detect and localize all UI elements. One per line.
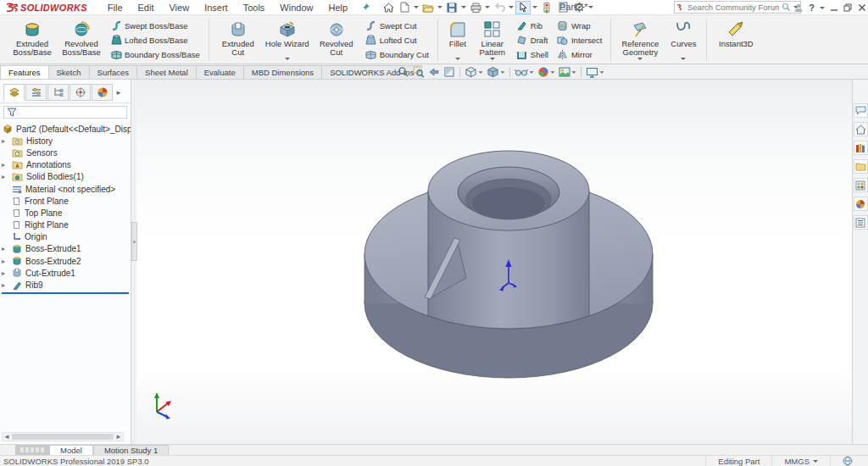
boss-cylinder[interactable] <box>428 151 589 329</box>
new-document-icon[interactable] <box>397 1 412 14</box>
curves-dropdown-icon[interactable] <box>681 58 686 60</box>
menu-view[interactable]: View <box>162 2 196 14</box>
tree-item-material[interactable]: Material <not specified> <box>0 183 131 195</box>
expand-arrow-icon[interactable] <box>2 161 10 169</box>
save-dropdown-icon[interactable] <box>460 1 467 14</box>
tabs-grip[interactable] <box>15 445 49 455</box>
fillet-button[interactable]: Fillet <box>443 17 472 63</box>
fillet-dropdown-icon[interactable] <box>455 58 460 60</box>
graphics-viewport[interactable] <box>131 80 852 444</box>
expand-arrow-icon[interactable] <box>2 281 10 289</box>
search-icon[interactable] <box>782 3 791 12</box>
reference-geometry-dropdown-icon[interactable] <box>637 58 643 60</box>
scrollbar-thumb[interactable] <box>12 434 114 440</box>
print-dropdown-icon[interactable] <box>484 1 491 14</box>
scroll-right-icon[interactable]: ► <box>114 433 123 441</box>
tree-horizontal-scrollbar[interactable]: ◄ ► <box>2 432 124 441</box>
expand-arrow-icon[interactable] <box>2 245 10 252</box>
hole-wizard-dropdown-icon[interactable] <box>285 58 290 60</box>
expand-arrow-icon[interactable] <box>2 269 10 277</box>
tree-item-annotations[interactable]: Annotations <box>0 159 131 171</box>
tree-item-origin[interactable]: Origin <box>0 231 131 243</box>
options-dropdown-icon[interactable] <box>587 1 594 14</box>
file-explorer-icon[interactable] <box>854 159 868 174</box>
comments-icon[interactable] <box>854 103 868 118</box>
minimize-button[interactable] <box>830 3 838 12</box>
close-button[interactable] <box>858 3 866 12</box>
boundary-boss-base-button[interactable]: Boundary Boss/Base <box>107 47 203 61</box>
rib-button[interactable]: Rib <box>513 19 552 32</box>
undo-icon[interactable] <box>492 1 507 14</box>
apply-scene-icon[interactable] <box>558 65 577 79</box>
curves-button[interactable]: Curves <box>665 17 701 63</box>
boundary-cut-button[interactable]: Boundary Cut <box>362 47 432 61</box>
edit-appearance-icon[interactable] <box>537 65 556 79</box>
view-orientation-icon[interactable] <box>464 65 484 79</box>
tab-evaluate[interactable]: Evaluate <box>196 65 244 79</box>
search-input[interactable] <box>687 3 779 12</box>
units-dropdown-icon[interactable] <box>813 460 818 463</box>
open-icon[interactable] <box>420 1 436 14</box>
previous-view-icon[interactable] <box>427 65 441 79</box>
featuremanager-tree-tab[interactable] <box>3 84 25 101</box>
wrap-button[interactable]: Wrap <box>554 19 605 32</box>
user-account-icon[interactable] <box>793 3 804 13</box>
tree-item-part-root[interactable]: Part2 (Default<<Default>_Display State <box>0 123 131 135</box>
menu-help[interactable]: Help <box>321 2 354 14</box>
appearances-scenes-icon[interactable] <box>854 197 868 211</box>
extruded-boss-base-button[interactable]: Extruded Boss/Base <box>8 17 56 63</box>
swept-cut-button[interactable]: Swept Cut <box>362 19 432 32</box>
zoom-to-area-icon[interactable] <box>412 65 426 79</box>
zoom-to-fit-icon[interactable] <box>397 65 410 79</box>
revolved-cut-button[interactable]: Revolved Cut <box>313 17 360 63</box>
tree-item-sensors[interactable]: Sensors <box>0 147 131 158</box>
help-button[interactable]: ? <box>809 3 815 13</box>
tags-globe-icon[interactable] <box>843 456 853 466</box>
panel-splitter[interactable] <box>131 80 136 444</box>
motion-study-tab[interactable]: Motion Study 1 <box>93 445 169 455</box>
tree-item-rib9[interactable]: Rib9 <box>0 279 131 291</box>
tree-item-solid-bodies[interactable]: Solid Bodies(1) <box>0 171 131 183</box>
scroll-left-icon[interactable]: ◄ <box>3 433 11 441</box>
expand-arrow-icon[interactable] <box>2 173 10 180</box>
linear-pattern-button[interactable]: Linear Pattern <box>474 17 511 63</box>
tree-item-front-plane[interactable]: Front Plane <box>0 195 131 207</box>
custom-properties-icon[interactable] <box>854 215 868 230</box>
swept-boss-base-button[interactable]: Swept Boss/Base <box>107 19 203 32</box>
instant3d-button[interactable]: Instant3D <box>712 17 760 63</box>
tree-item-history[interactable]: History <box>0 135 131 147</box>
help-dropdown-icon[interactable] <box>820 7 825 9</box>
print-icon[interactable] <box>468 1 483 14</box>
mirror-button[interactable]: Mirror <box>554 47 605 61</box>
open-dropdown-icon[interactable] <box>437 1 443 14</box>
section-view-icon[interactable] <box>442 65 456 79</box>
select-dropdown-icon[interactable] <box>531 1 538 14</box>
extruded-cut-button[interactable]: Extruded Cut <box>214 17 262 63</box>
tree-item-cut-extrude1[interactable]: Cut-Extrude1 <box>0 267 131 279</box>
menu-insert[interactable]: Insert <box>198 2 235 14</box>
status-tag-cell[interactable] <box>830 456 865 466</box>
rebuild-icon[interactable] <box>539 1 554 14</box>
status-units[interactable]: MMGS <box>771 456 830 466</box>
menu-tools[interactable]: Tools <box>236 2 272 14</box>
dimxpertmanager-tab[interactable] <box>70 84 91 101</box>
tab-sketch[interactable]: Sketch <box>48 65 90 79</box>
solidworks-resources-home-icon[interactable] <box>854 122 868 136</box>
model-tab[interactable]: Model <box>49 445 93 455</box>
tab-surfaces[interactable]: Surfaces <box>89 65 138 79</box>
propertymanager-tab[interactable] <box>25 84 47 101</box>
hole-wizard-button[interactable]: Hole Wizard <box>264 17 311 63</box>
rollback-bar[interactable] <box>2 292 129 294</box>
intersect-button[interactable]: Intersect <box>554 33 605 47</box>
tree-item-boss-extrude2[interactable]: Boss-Extrude2 <box>0 255 131 267</box>
pin-menu-icon[interactable] <box>361 3 370 12</box>
expand-arrow-icon[interactable] <box>2 137 10 145</box>
menu-file[interactable]: File <box>101 2 130 14</box>
menu-edit[interactable]: Edit <box>131 2 161 14</box>
draft-button[interactable]: Draft <box>513 33 552 47</box>
hide-show-items-icon[interactable] <box>514 65 535 79</box>
save-icon[interactable] <box>444 1 459 14</box>
lofted-boss-base-button[interactable]: Lofted Boss/Base <box>107 33 203 47</box>
home-icon[interactable] <box>381 1 396 14</box>
tab-sheet-metal[interactable]: Sheet Metal <box>136 65 197 79</box>
